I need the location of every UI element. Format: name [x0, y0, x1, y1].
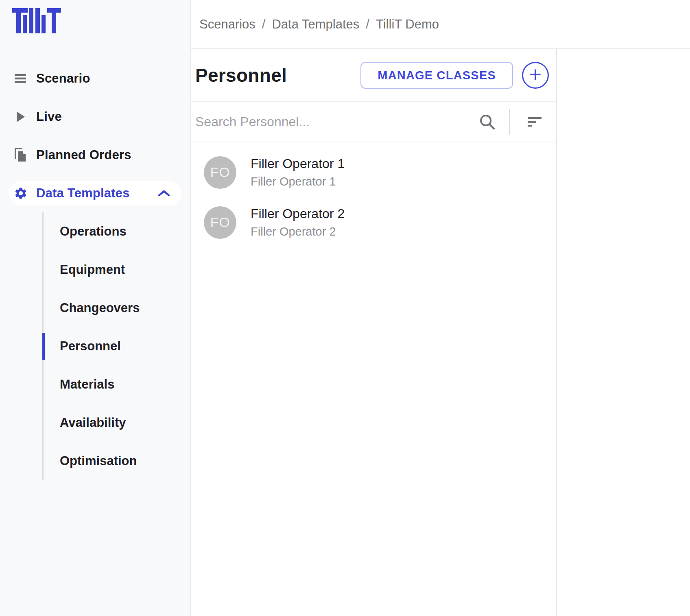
chevron-up-icon[interactable] — [157, 189, 171, 198]
breadcrumb: Scenarios / Data Templates / TilliT Demo — [191, 0, 690, 49]
tillit-logo-icon — [12, 8, 61, 33]
sidebar-item-label: Scenario — [36, 71, 90, 86]
avatar: FO — [204, 156, 236, 189]
sidebar-subitem-label: Optimisation — [60, 454, 137, 468]
list-item-text: Filler Operator 1 Filler Operator 1 — [251, 156, 345, 188]
sidebar-item-data-templates[interactable]: Data Templates — [9, 181, 181, 205]
content-row: Personnel MANAGE CLASSES + — [191, 49, 690, 616]
sidebar-subitem-label: Personnel — [60, 339, 121, 354]
list-item[interactable]: FO Filler Operator 1 Filler Operator 1 — [191, 147, 556, 197]
breadcrumb-separator: / — [366, 17, 369, 32]
add-personnel-button[interactable]: + — [522, 62, 549, 89]
sidebar-item-live[interactable]: Live — [0, 98, 190, 136]
person-title: Filler Operator 1 — [251, 156, 345, 171]
personnel-list: FO Filler Operator 1 Filler Operator 1 F… — [191, 142, 556, 247]
page-title: Personnel — [195, 64, 287, 86]
pages-icon — [13, 148, 28, 162]
sidebar-item-label: Data Templates — [36, 186, 130, 201]
right-empty-panel — [557, 49, 690, 616]
search-bar — [191, 102, 556, 142]
sidebar-item-scenario[interactable]: Scenario — [0, 59, 190, 98]
manage-classes-button[interactable]: MANAGE CLASSES — [360, 62, 513, 89]
sidebar-subitem-label: Operations — [60, 224, 127, 239]
sidebar-subitem-label: Changeovers — [60, 301, 140, 315]
person-subtitle: Filler Operator 2 — [251, 225, 345, 238]
sort-icon[interactable] — [528, 116, 544, 128]
main-area: Scenarios / Data Templates / TilliT Demo… — [191, 0, 690, 616]
sidebar: Scenario Live Planned Orders — [0, 0, 191, 616]
search-icon[interactable] — [478, 113, 497, 131]
person-title: Filler Operator 2 — [251, 206, 345, 221]
person-subtitle: Filler Operator 1 — [251, 175, 345, 188]
sidebar-item-equipment[interactable]: Equipment — [44, 251, 190, 289]
sidebar-item-planned-orders[interactable]: Planned Orders — [0, 136, 190, 174]
plus-icon: + — [529, 64, 542, 85]
sidebar-subitem-label: Availability — [60, 415, 126, 430]
search-divider — [509, 109, 510, 135]
list-item-text: Filler Operator 2 Filler Operator 2 — [251, 206, 345, 238]
breadcrumb-item-scenarios[interactable]: Scenarios — [199, 17, 255, 32]
sidebar-item-label: Live — [36, 109, 62, 124]
sidebar-item-optimisation[interactable]: Optimisation — [44, 442, 190, 480]
sidebar-subitem-label: Equipment — [60, 262, 125, 277]
personnel-panel: Personnel MANAGE CLASSES + — [191, 49, 557, 616]
avatar: FO — [204, 206, 236, 239]
list-item[interactable]: FO Filler Operator 2 Filler Operator 2 — [191, 197, 556, 247]
panel-header: Personnel MANAGE CLASSES + — [191, 49, 556, 102]
menu-icon — [13, 73, 28, 84]
brand-logo[interactable] — [0, 0, 190, 59]
sidebar-subitem-label: Materials — [60, 377, 114, 392]
sidebar-item-label: Planned Orders — [36, 148, 131, 162]
sidebar-item-materials[interactable]: Materials — [44, 365, 190, 404]
sidebar-item-changeovers[interactable]: Changeovers — [44, 289, 190, 327]
sidebar-item-operations[interactable]: Operations — [44, 212, 190, 251]
play-icon — [13, 111, 28, 122]
sidebar-item-personnel[interactable]: Personnel — [44, 327, 190, 365]
sidebar-item-availability[interactable]: Availability — [44, 404, 190, 442]
breadcrumb-item-data-templates[interactable]: Data Templates — [272, 17, 359, 32]
breadcrumb-item-tillit-demo[interactable]: TilliT Demo — [376, 17, 439, 32]
app-root: Scenario Live Planned Orders — [0, 0, 690, 616]
gear-icon — [13, 186, 28, 200]
search-input[interactable] — [195, 114, 478, 129]
breadcrumb-separator: / — [262, 17, 266, 32]
data-templates-subnav: Operations Equipment Changeovers Personn… — [42, 212, 190, 480]
